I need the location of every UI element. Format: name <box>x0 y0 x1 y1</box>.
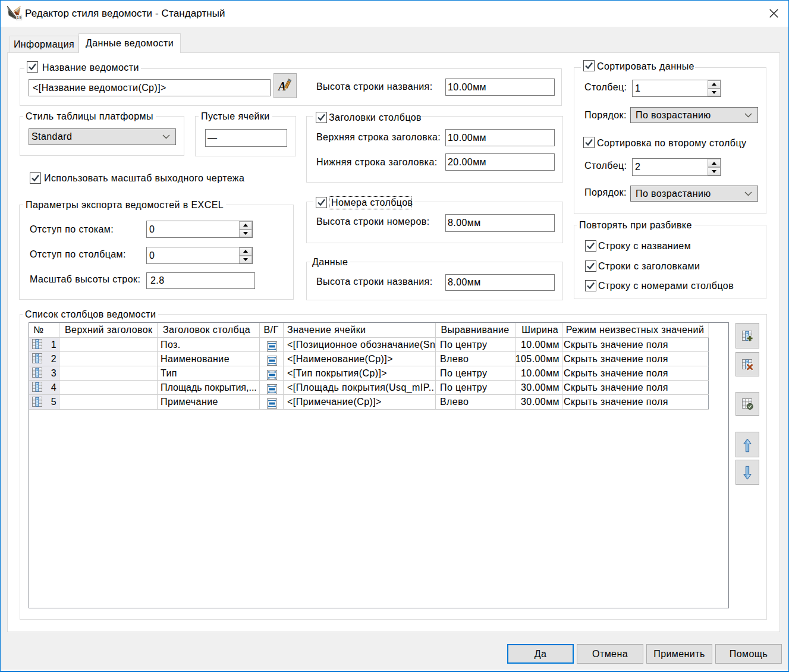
svg-text:19: 19 <box>17 15 21 20</box>
